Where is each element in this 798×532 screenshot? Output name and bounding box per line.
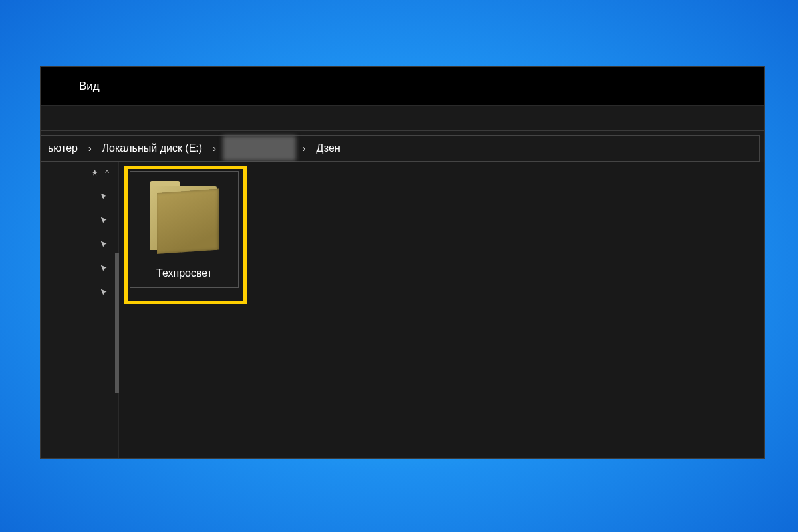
pin-icon	[90, 168, 100, 178]
address-bar[interactable]: ьютер › Локальный диск (E:) › › Дзен	[41, 135, 760, 162]
titlebar: Вид	[41, 67, 764, 106]
pin-icon	[100, 192, 109, 201]
pin-icon	[100, 264, 109, 273]
sidebar-collapse-caret: ^	[105, 168, 109, 178]
breadcrumb-segment-drive-e[interactable]: Локальный диск (E:)	[96, 136, 209, 161]
ribbon-bar	[41, 106, 764, 131]
main-row: ^	[41, 162, 764, 458]
breadcrumb-segment-redacted[interactable]	[223, 136, 296, 161]
folder-item[interactable]: Техпросвет	[130, 171, 239, 288]
sidebar-item[interactable]	[100, 192, 118, 201]
breadcrumb-segment-current[interactable]: Дзен	[309, 136, 346, 161]
file-explorer-window: Вид ьютер › Локальный диск (E:) › › Дзен…	[40, 66, 765, 459]
chevron-right-icon[interactable]: ›	[299, 143, 310, 154]
sidebar-quick-access: ^	[41, 162, 119, 458]
sidebar-item[interactable]	[100, 240, 118, 249]
folder-label: Техпросвет	[156, 267, 212, 279]
pin-icon	[100, 240, 109, 249]
sidebar-item[interactable]	[100, 216, 118, 225]
sidebar-item[interactable]: ^	[90, 168, 118, 178]
folder-icon	[148, 178, 221, 258]
menu-view[interactable]: Вид	[79, 80, 100, 93]
pin-icon	[100, 288, 109, 297]
pin-icon	[100, 216, 109, 225]
breadcrumb-segment-computer[interactable]: ьютер	[41, 136, 84, 161]
chevron-right-icon[interactable]: ›	[209, 143, 220, 154]
chevron-right-icon[interactable]: ›	[84, 143, 96, 154]
content-pane[interactable]: Техпросвет	[119, 162, 764, 458]
